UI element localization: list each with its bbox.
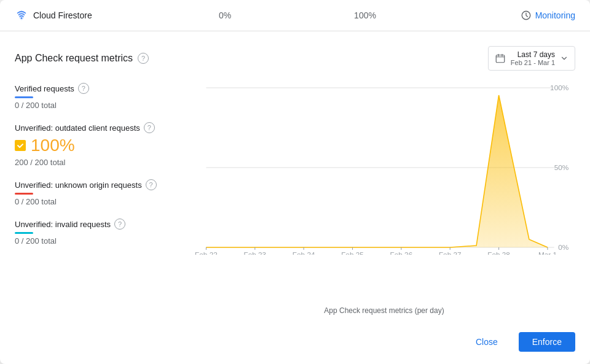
close-button[interactable]: Close: [462, 332, 511, 352]
main-content: App Check request metrics ? Last 7 days …: [0, 31, 590, 322]
date-range-label: Last 7 days: [517, 50, 555, 59]
metrics-panel: Verified requests ? 0 / 200 total Unveri…: [15, 83, 193, 322]
svg-text:Feb 27: Feb 27: [439, 251, 462, 255]
top-bar: Cloud Firestore 0% 100% Monitoring: [0, 0, 590, 31]
metric-verified-text: Verified requests: [15, 84, 74, 93]
metric-outdated-help[interactable]: ?: [144, 122, 155, 133]
metric-invalid-help[interactable]: ?: [114, 219, 125, 230]
metric-unknown: Unverified: unknown origin requests ? 0 …: [15, 179, 183, 206]
svg-text:Feb 22: Feb 22: [195, 251, 218, 255]
footer: Close Enforce: [0, 322, 590, 364]
clock-icon: [521, 10, 532, 21]
svg-text:Feb 25: Feb 25: [341, 251, 364, 255]
svg-text:50%: 50%: [554, 164, 569, 171]
metric-outdated-percent: 100%: [31, 136, 75, 155]
section-title: App Check request metrics ?: [15, 53, 149, 64]
date-range-selector[interactable]: Last 7 days Feb 21 - Mar 1: [488, 46, 575, 71]
section-help-icon[interactable]: ?: [138, 53, 149, 64]
metric-verified-label: Verified requests ?: [15, 83, 183, 94]
svg-text:Feb 28: Feb 28: [487, 251, 510, 255]
metric-invalid: Unverified: invalid requests ? 0 / 200 t…: [15, 219, 183, 246]
svg-text:Feb 26: Feb 26: [390, 251, 413, 255]
percent-left: 0%: [155, 10, 295, 20]
chart-x-label: App Check request metrics (per day): [193, 303, 575, 322]
metric-outdated: Unverified: outdated client requests ? 1…: [15, 122, 183, 167]
metric-verified-help[interactable]: ?: [78, 83, 89, 94]
enforce-button[interactable]: Enforce: [519, 332, 575, 352]
section-title-text: App Check request metrics: [15, 53, 133, 64]
metric-outdated-big: 100%: [15, 136, 183, 155]
metric-outdated-value: 200 / 200 total: [15, 158, 183, 167]
metric-unknown-line: [15, 193, 33, 195]
chart-layout: Verified requests ? 0 / 200 total Unveri…: [15, 83, 575, 322]
percent-right: 100%: [295, 10, 435, 20]
metric-invalid-label: Unverified: invalid requests ?: [15, 219, 183, 230]
monitoring-link[interactable]: Monitoring: [435, 10, 575, 21]
metric-unknown-text: Unverified: unknown origin requests: [15, 180, 142, 190]
svg-text:Mar 1: Mar 1: [538, 251, 557, 255]
metric-verified-line: [15, 96, 33, 98]
checkmark-icon: [17, 142, 24, 149]
metric-verified: Verified requests ? 0 / 200 total: [15, 83, 183, 110]
date-range-text: Last 7 days Feb 21 - Mar 1: [511, 50, 555, 66]
svg-text:Feb 23: Feb 23: [243, 251, 266, 255]
metric-unknown-label: Unverified: unknown origin requests ?: [15, 179, 183, 190]
metric-outdated-checkbox[interactable]: [15, 140, 26, 151]
svg-text:Feb 24: Feb 24: [293, 251, 315, 255]
svg-rect-2: [496, 55, 505, 63]
service-info: Cloud Firestore: [15, 9, 155, 22]
chevron-down-icon: [560, 54, 568, 63]
metric-verified-value: 0 / 200 total: [15, 101, 183, 110]
calendar-icon: [495, 53, 506, 64]
metric-outdated-text: Unverified: outdated client requests: [15, 123, 140, 133]
metric-outdated-label: Unverified: outdated client requests ?: [15, 122, 183, 133]
chart-svg: 100% 50% 0%: [193, 83, 575, 255]
chart-svg-container: 100% 50% 0%: [193, 83, 575, 303]
monitoring-label: Monitoring: [535, 10, 575, 20]
dialog: Cloud Firestore 0% 100% Monitoring App C…: [0, 0, 590, 364]
metric-unknown-value: 0 / 200 total: [15, 197, 183, 206]
svg-text:0%: 0%: [558, 244, 568, 251]
metric-invalid-text: Unverified: invalid requests: [15, 220, 111, 229]
svg-point-0: [21, 17, 23, 19]
date-range-sub: Feb 21 - Mar 1: [511, 59, 555, 66]
chart-fill: [206, 95, 554, 247]
chart-area: 100% 50% 0%: [193, 83, 575, 322]
section-header: App Check request metrics ? Last 7 days …: [15, 46, 575, 71]
metric-unknown-help[interactable]: ?: [146, 179, 157, 190]
metric-invalid-line: [15, 232, 33, 234]
metric-invalid-value: 0 / 200 total: [15, 236, 183, 246]
service-name: Cloud Firestore: [33, 10, 92, 20]
firestore-icon: [15, 9, 28, 22]
